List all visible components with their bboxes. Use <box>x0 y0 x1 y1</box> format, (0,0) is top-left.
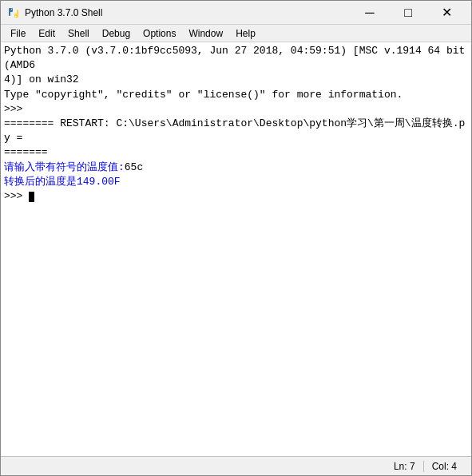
status-ln: Ln: 7 <box>386 461 423 472</box>
minimize-button[interactable]: ─ <box>351 1 388 25</box>
status-bar: Ln: 7 Col: 4 <box>1 456 471 475</box>
svg-rect-2 <box>9 10 10 16</box>
status-col: Col: 4 <box>423 461 465 472</box>
menu-file[interactable]: File <box>4 26 32 41</box>
shell-line-2: Type "copyright", "credits" or "license(… <box>4 88 468 102</box>
shell-restart-end: ======= <box>4 145 468 160</box>
window-controls: ─ □ ✕ <box>351 1 465 25</box>
shell-prompt-1: >>> <box>4 102 468 117</box>
menu-debug[interactable]: Debug <box>96 26 137 41</box>
menu-bar: File Edit Shell Debug Options Window Hel… <box>1 25 471 42</box>
shell-output-line: 转换后的温度是149.00F <box>4 175 468 189</box>
svg-point-4 <box>11 8 12 9</box>
title-bar: Python 3.7.0 Shell ─ □ ✕ <box>1 1 471 25</box>
status-right: Ln: 7 Col: 4 <box>386 461 465 472</box>
shell-line-1: Python 3.7.0 (v3.7.0:1bf9cc5093, Jun 27 … <box>4 44 468 88</box>
svg-rect-3 <box>17 10 18 15</box>
shell-output[interactable]: Python 3.7.0 (v3.7.0:1bf9cc5093, Jun 27 … <box>1 42 471 458</box>
menu-options[interactable]: Options <box>137 26 182 41</box>
cursor <box>29 192 34 202</box>
shell-prompt-2: >>> <box>4 189 468 204</box>
window-title: Python 3.7.0 Shell <box>25 7 351 18</box>
window: Python 3.7.0 Shell ─ □ ✕ File Edit Shell… <box>0 0 472 476</box>
menu-shell[interactable]: Shell <box>61 26 96 41</box>
menu-help[interactable]: Help <box>229 26 262 41</box>
maximize-button[interactable]: □ <box>390 1 426 25</box>
menu-window[interactable]: Window <box>182 26 229 41</box>
svg-point-5 <box>15 15 16 16</box>
close-button[interactable]: ✕ <box>428 1 465 25</box>
shell-restart: ======== RESTART: C:\Users\Administrator… <box>4 117 468 145</box>
app-icon <box>7 6 20 19</box>
menu-edit[interactable]: Edit <box>32 26 61 41</box>
shell-input-prompt: 请输入带有符号的温度值:65c <box>4 161 468 175</box>
